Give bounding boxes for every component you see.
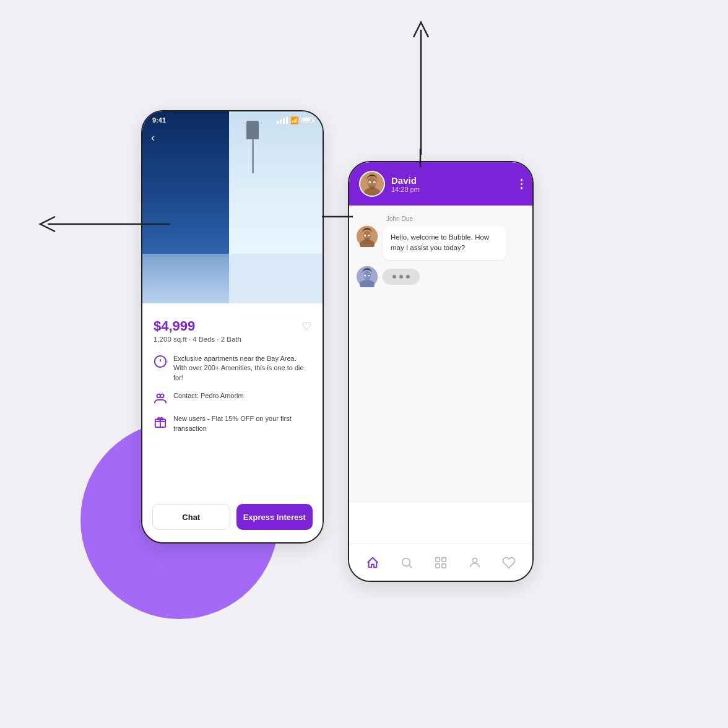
- typing-indicator: [357, 266, 525, 287]
- sender-label: John Due: [386, 215, 525, 222]
- svg-point-33: [402, 558, 410, 566]
- wifi-icon: 📶: [290, 116, 299, 124]
- battery-icon: [301, 118, 313, 123]
- listing-details: 1,200 sq.ft · 4 Beds · 2 Bath: [154, 336, 311, 343]
- favorite-button[interactable]: ♡: [301, 319, 311, 333]
- typing-dot-1: [392, 275, 396, 279]
- chat-messages: John Due Hello, welcome to Bubble. How: [349, 206, 532, 503]
- connector-line-2: [419, 149, 422, 167]
- description-text: Exclusive apartments near the Bay Area. …: [173, 354, 311, 383]
- phone2-chat: David 14:20 pm John Due: [348, 161, 534, 582]
- status-bar: 9:41 📶: [142, 111, 323, 129]
- arrow-up-icon: [405, 19, 436, 155]
- nav-grid-icon[interactable]: [431, 553, 451, 573]
- promo-row: New users - Flat 15% OFF on your first t…: [154, 414, 311, 433]
- svg-rect-35: [436, 557, 440, 561]
- nav-home-icon[interactable]: [363, 553, 383, 573]
- listing-info: Exclusive apartments near the Bay Area. …: [154, 354, 311, 433]
- typing-user-avatar: [357, 266, 378, 287]
- nav-search-icon[interactable]: [397, 553, 417, 573]
- contact-time: 14:20 pm: [391, 186, 420, 193]
- svg-rect-38: [442, 563, 446, 567]
- svg-rect-36: [442, 557, 446, 561]
- more-options-button[interactable]: [521, 179, 523, 189]
- contact-name: David: [391, 175, 420, 186]
- back-button[interactable]: ‹: [151, 131, 155, 144]
- contact-text: Contact: Pedro Amorim: [173, 391, 244, 401]
- contact-row: Contact: Pedro Amorim: [154, 391, 311, 405]
- typing-dot-3: [406, 275, 410, 279]
- nav-profile-icon[interactable]: [465, 553, 485, 573]
- listing-price: $4,999: [154, 318, 195, 334]
- listing-content: $4,999 ♡ 1,200 sq.ft · 4 Beds · 2 Bath E…: [142, 303, 323, 433]
- svg-point-8: [160, 394, 164, 398]
- info-circle-icon: [154, 355, 167, 368]
- connector-line: [322, 204, 353, 229]
- status-time: 9:41: [152, 116, 166, 124]
- typing-bubble: [383, 269, 420, 285]
- typing-dot-2: [399, 275, 403, 279]
- person-icon: [154, 392, 167, 405]
- status-icons: 📶: [277, 116, 313, 124]
- message-row: Hello, welcome to Bubble. How may I assi…: [357, 226, 525, 260]
- svg-point-18: [374, 183, 375, 184]
- contact-avatar: [359, 171, 385, 197]
- promo-text: New users - Flat 15% OFF on your first t…: [173, 414, 311, 433]
- contact-info: David 14:20 pm: [391, 175, 420, 193]
- description-row: Exclusive apartments near the Bay Area. …: [154, 354, 311, 383]
- message-avatar: [357, 226, 378, 247]
- chat-header: David 14:20 pm: [349, 162, 532, 206]
- svg-point-25: [369, 236, 370, 237]
- arrow-left-icon: [34, 212, 170, 236]
- svg-point-17: [369, 183, 370, 184]
- action-buttons: Chat Express Interest: [142, 495, 323, 542]
- price-row: $4,999 ♡: [154, 318, 311, 334]
- svg-point-24: [365, 236, 366, 237]
- svg-rect-37: [436, 563, 440, 567]
- message-text: Hello, welcome to Bubble. How may I assi…: [391, 233, 489, 251]
- svg-point-39: [472, 558, 477, 562]
- phone1-listing: 9:41 📶 ‹ $4,999 ♡ 1,200 sq.ft · 4: [141, 110, 324, 544]
- chat-button[interactable]: Chat: [152, 504, 230, 530]
- svg-point-31: [365, 276, 366, 277]
- express-interest-button[interactable]: Express Interest: [236, 504, 313, 530]
- gift-icon: [154, 415, 167, 428]
- svg-point-32: [369, 276, 370, 277]
- message-bubble: Hello, welcome to Bubble. How may I assi…: [383, 226, 506, 260]
- listing-image: 9:41 📶 ‹: [142, 111, 323, 303]
- svg-line-34: [409, 565, 412, 568]
- bottom-navigation: [349, 544, 532, 581]
- nav-heart-icon[interactable]: [499, 553, 519, 573]
